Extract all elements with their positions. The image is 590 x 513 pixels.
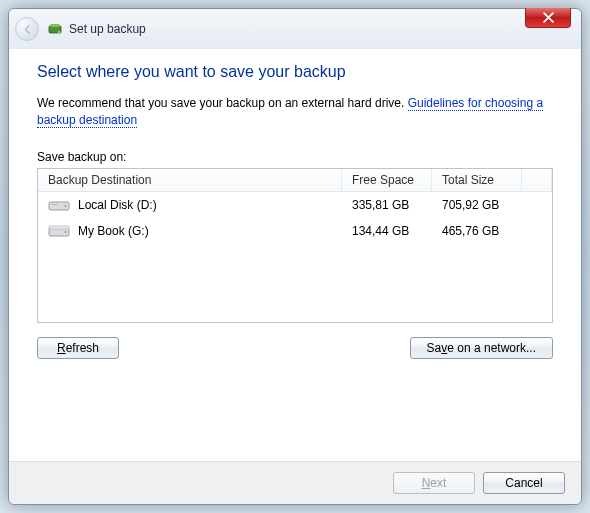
external-drive-icon (48, 223, 70, 239)
col-destination[interactable]: Backup Destination (38, 169, 342, 191)
table-row[interactable]: Local Disk (D:) 335,81 GB 705,92 GB (38, 192, 552, 218)
svg-rect-7 (49, 226, 69, 229)
list-body: Local Disk (D:) 335,81 GB 705,92 GB (38, 192, 552, 244)
close-button[interactable] (525, 8, 571, 28)
col-total-size[interactable]: Total Size (432, 169, 522, 191)
drive-name: Local Disk (D:) (78, 198, 157, 212)
drive-total: 705,92 GB (432, 198, 522, 212)
recommend-prefix: We recommend that you save your backup o… (37, 96, 408, 110)
drive-total: 465,76 GB (432, 224, 522, 238)
svg-point-4 (65, 205, 67, 207)
save-on-label: Save backup on: (37, 150, 553, 164)
svg-rect-1 (51, 24, 60, 27)
svg-point-8 (65, 231, 67, 233)
col-pad (522, 169, 552, 191)
drive-name: My Book (G:) (78, 224, 149, 238)
refresh-button[interactable]: Refresh (37, 337, 119, 359)
hard-drive-icon (48, 197, 70, 213)
drive-list: Backup Destination Free Space Total Size (37, 168, 553, 323)
wizard-window: Set up backup Select where you want to s… (8, 8, 582, 505)
page-title: Select where you want to save your backu… (37, 63, 553, 81)
cancel-button[interactable]: Cancel (483, 472, 565, 494)
drive-free: 134,44 GB (342, 224, 432, 238)
titlebar: Set up backup (9, 9, 581, 49)
drive-free: 335,81 GB (342, 198, 432, 212)
refresh-label-rest: efresh (66, 341, 99, 355)
back-button[interactable] (15, 17, 39, 41)
titlebar-title: Set up backup (69, 22, 146, 36)
list-header: Backup Destination Free Space Total Size (38, 169, 552, 192)
next-button: Next (393, 472, 475, 494)
recommend-text: We recommend that you save your backup o… (37, 95, 553, 130)
svg-point-2 (58, 31, 60, 33)
wizard-footer: Next Cancel (9, 461, 581, 504)
svg-rect-5 (51, 204, 58, 205)
col-free-space[interactable]: Free Space (342, 169, 432, 191)
table-row[interactable]: My Book (G:) 134,44 GB 465,76 GB (38, 218, 552, 244)
wizard-icon (47, 21, 63, 37)
content-area: Select where you want to save your backu… (9, 49, 581, 461)
button-row: Refresh Save on a network... (37, 337, 553, 359)
save-on-network-button[interactable]: Save on a network... (410, 337, 553, 359)
